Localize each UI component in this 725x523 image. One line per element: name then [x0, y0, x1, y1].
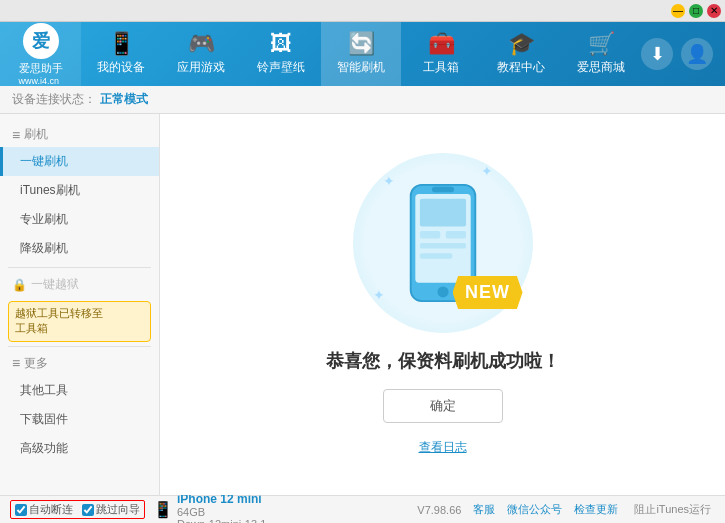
sidebar-item-advanced[interactable]: 高级功能 [0, 434, 159, 463]
auto-disconnect-label: 自动断连 [29, 502, 73, 517]
nav-shop[interactable]: 🛒 爱思商城 [561, 22, 641, 86]
sidebar-warning-box: 越狱工具已转移至 工具箱 [8, 301, 151, 342]
nav-apps-games-label: 应用游戏 [177, 59, 225, 76]
sidebar-divider-2 [8, 346, 151, 347]
sparkle-3: ✦ [373, 287, 385, 303]
nav-ringtone-icon: 🖼 [270, 33, 292, 55]
status-bar: 设备连接状态： 正常模式 [0, 86, 725, 114]
sidebar-panel: ≡ 刷机 一键刷机 iTunes刷机 专业刷机 降级刷机 🔒 一键越狱 越狱工具… [0, 122, 159, 495]
sidebar-section-more: ≡ 更多 其他工具 下载固件 高级功能 [0, 351, 159, 463]
nav-toolbox-icon: 🧰 [428, 33, 455, 55]
sidebar-section-more-label: 更多 [24, 355, 48, 372]
new-badge: NEW [453, 276, 523, 309]
svg-rect-5 [419, 231, 439, 238]
sidebar-item-itunes-flash[interactable]: iTunes刷机 [0, 176, 159, 205]
sidebar-jailbreak-header: 🔒 一键越狱 [0, 272, 159, 297]
nav-tutorial-label: 教程中心 [497, 59, 545, 76]
minimize-button[interactable]: — [671, 4, 685, 18]
svg-rect-6 [445, 231, 465, 238]
sidebar-item-pro-flash[interactable]: 专业刷机 [0, 205, 159, 234]
nav-my-device[interactable]: 📱 我的设备 [81, 22, 161, 86]
sparkle-1: ✦ [383, 173, 395, 189]
block-itunes-item[interactable]: 阻止iTunes运行 [630, 499, 715, 520]
logo-icon: 爱 [23, 23, 59, 59]
nav-toolbox[interactable]: 🧰 工具箱 [401, 22, 481, 86]
flash-section-icon: ≡ [12, 127, 20, 143]
device-icon: 📱 [153, 500, 173, 519]
sidebar-divider-1 [8, 267, 151, 268]
checkbox-group: 自动断连 跳过向导 [10, 500, 145, 519]
checkbox-skip-wizard[interactable]: 跳过向导 [82, 502, 140, 517]
main-layout: ≡ 刷机 一键刷机 iTunes刷机 专业刷机 降级刷机 🔒 一键越狱 越狱工具… [0, 114, 725, 495]
nav-tutorial-icon: 🎓 [508, 33, 535, 55]
header-actions: ⬇ 👤 [641, 38, 725, 70]
sidebar-section-flash-label: 刷机 [24, 126, 48, 143]
nav-my-device-icon: 📱 [108, 33, 135, 55]
status-label: 设备连接状态： [12, 91, 96, 108]
nav-my-device-label: 我的设备 [97, 59, 145, 76]
sidebar: ≡ 刷机 一键刷机 iTunes刷机 专业刷机 降级刷机 🔒 一键越狱 越狱工具… [0, 114, 160, 495]
logo-sub-text: www.i4.cn [19, 76, 63, 86]
lock-icon: 🔒 [12, 278, 27, 292]
more-section-icon: ≡ [12, 355, 20, 371]
maximize-button[interactable]: □ [689, 4, 703, 18]
nav-smart-flash-icon: 🔄 [348, 33, 375, 55]
nav-shop-icon: 🛒 [588, 33, 615, 55]
device-storage: 64GB [177, 506, 266, 518]
download-button[interactable]: ⬇ [641, 38, 673, 70]
block-itunes-label: 阻止iTunes运行 [634, 502, 711, 517]
sidebar-item-other-tools[interactable]: 其他工具 [0, 376, 159, 405]
nav-toolbox-label: 工具箱 [423, 59, 459, 76]
service-link[interactable]: 客服 [473, 502, 495, 517]
svg-rect-2 [431, 187, 453, 193]
svg-rect-4 [419, 199, 465, 227]
nav-smart-flash-label: 智能刷机 [337, 59, 385, 76]
sidebar-item-download-firmware[interactable]: 下载固件 [0, 405, 159, 434]
device-info: iPhone 12 mini 64GB Down-12mini-13,1 [177, 492, 266, 524]
logo-area: 爱 爱思助手 www.i4.cn [0, 22, 81, 86]
nav-ringtone-wallpaper[interactable]: 🖼 铃声壁纸 [241, 22, 321, 86]
bottom-bar: 自动断连 跳过向导 📱 iPhone 12 mini 64GB Down-12m… [0, 495, 725, 523]
user-button[interactable]: 👤 [681, 38, 713, 70]
content-area: ✦ ✦ ✦ NEW 恭喜您，保资料刷机成功啦！ 确定 [160, 114, 725, 495]
view-log-link[interactable]: 查看日志 [419, 439, 467, 456]
update-link[interactable]: 检查更新 [574, 502, 618, 517]
bottom-bar-right: V7.98.66 客服 微信公众号 检查更新 阻止iTunes运行 [417, 499, 715, 520]
success-text: 恭喜您，保资料刷机成功啦！ [326, 349, 560, 373]
svg-rect-8 [419, 253, 451, 259]
svg-rect-7 [419, 243, 465, 249]
nav-apps-games[interactable]: 🎮 应用游戏 [161, 22, 241, 86]
close-button[interactable]: ✕ [707, 4, 721, 18]
version-label: V7.98.66 [417, 504, 461, 516]
logo-main-text: 爱思助手 [19, 61, 63, 76]
auto-disconnect-checkbox[interactable] [15, 504, 27, 516]
nav-smart-flash[interactable]: 🔄 智能刷机 [321, 22, 401, 86]
sidebar-section-more-header: ≡ 更多 [0, 351, 159, 376]
illustration: ✦ ✦ ✦ NEW 恭喜您，保资料刷机成功啦！ 确定 [326, 153, 560, 456]
sidebar-jailbreak-label: 一键越狱 [31, 276, 79, 293]
header: 爱 爱思助手 www.i4.cn 📱 我的设备 🎮 应用游戏 🖼 铃声壁纸 🔄 … [0, 22, 725, 86]
svg-point-3 [437, 286, 448, 297]
sparkle-2: ✦ [481, 163, 493, 179]
nav-ringtone-label: 铃声壁纸 [257, 59, 305, 76]
checkbox-auto-disconnect[interactable]: 自动断连 [15, 502, 73, 517]
nav-items: 📱 我的设备 🎮 应用游戏 🖼 铃声壁纸 🔄 智能刷机 🧰 工具箱 🎓 教程中心… [81, 22, 641, 86]
sidebar-item-one-key-flash[interactable]: 一键刷机 [0, 147, 159, 176]
wechat-link[interactable]: 微信公众号 [507, 502, 562, 517]
confirm-button[interactable]: 确定 [383, 389, 503, 423]
logo-text: 爱思助手 www.i4.cn [19, 61, 63, 86]
title-bar: — □ ✕ [0, 0, 725, 22]
nav-tutorial[interactable]: 🎓 教程中心 [481, 22, 561, 86]
sidebar-section-flash-header: ≡ 刷机 [0, 122, 159, 147]
nav-apps-games-icon: 🎮 [188, 33, 215, 55]
status-value: 正常模式 [100, 91, 148, 108]
skip-wizard-label: 跳过向导 [96, 502, 140, 517]
device-version: Down-12mini-13,1 [177, 518, 266, 524]
phone-circle: ✦ ✦ ✦ NEW [353, 153, 533, 333]
skip-wizard-checkbox[interactable] [82, 504, 94, 516]
sidebar-section-jailbreak: 🔒 一键越狱 越狱工具已转移至 工具箱 [0, 272, 159, 342]
sidebar-top: ≡ 刷机 一键刷机 iTunes刷机 专业刷机 降级刷机 🔒 一键越狱 越狱工具… [0, 122, 159, 495]
sidebar-section-flash: ≡ 刷机 一键刷机 iTunes刷机 专业刷机 降级刷机 [0, 122, 159, 263]
sidebar-item-downgrade-flash[interactable]: 降级刷机 [0, 234, 159, 263]
nav-shop-label: 爱思商城 [577, 59, 625, 76]
